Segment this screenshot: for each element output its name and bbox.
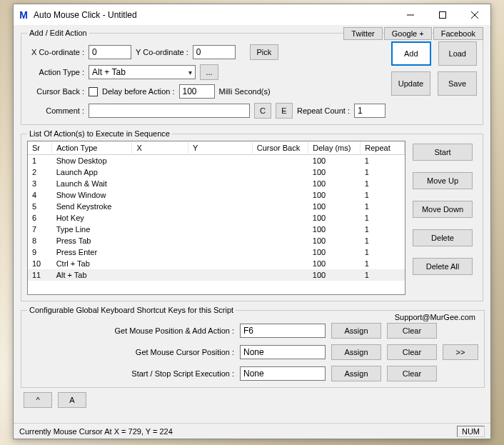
table-cell xyxy=(252,189,308,201)
shortcut3-assign-button[interactable]: Assign xyxy=(331,366,381,381)
table-row[interactable]: 11Alt + Tab1001 xyxy=(28,269,405,281)
table-cell xyxy=(188,201,252,212)
shortcut1-assign-button[interactable]: Assign xyxy=(331,323,381,339)
table-cell xyxy=(252,269,308,281)
shortcut2-label: Get Mouse Cursor Position : xyxy=(27,348,234,356)
a-button[interactable]: A xyxy=(58,392,86,408)
delete-button[interactable]: Delete xyxy=(413,229,473,246)
add-button[interactable]: Add xyxy=(391,41,431,66)
table-header-row: Sr Action Type X Y Cursor Back Delay (ms… xyxy=(28,141,405,155)
table-row[interactable]: 3Launch & Wait1001 xyxy=(28,178,405,189)
action-type-more-button[interactable]: ... xyxy=(200,64,218,80)
shortcut1-input[interactable] xyxy=(240,324,326,338)
move-up-button[interactable]: Move Up xyxy=(413,172,473,189)
save-button[interactable]: Save xyxy=(438,71,477,96)
shortcuts-legend: Configurable Global Keyboard Shortcut Ke… xyxy=(27,306,236,314)
table-row[interactable]: 8Press Tab1001 xyxy=(28,235,405,246)
table-row[interactable]: 1Show Desktop1001 xyxy=(28,155,405,167)
shortcuts-more-button[interactable]: >> xyxy=(443,344,478,360)
add-edit-group: Add / Edit Action X Co-ordinate : Y Co-o… xyxy=(21,29,483,125)
table-row[interactable]: 9Press Enter1001 xyxy=(28,246,405,258)
col-sr[interactable]: Sr xyxy=(28,141,52,155)
table-cell xyxy=(188,166,252,178)
move-down-button[interactable]: Move Down xyxy=(413,201,473,218)
table-cell xyxy=(188,235,252,246)
table-cell: 100 xyxy=(308,258,361,269)
window-title: Auto Mouse Click - Untitled xyxy=(34,10,394,20)
table-cell: 1 xyxy=(361,178,405,189)
col-y[interactable]: Y xyxy=(188,141,252,155)
table-row[interactable]: 5Send Keystroke1001 xyxy=(28,201,405,212)
google-plus-link[interactable]: Google + xyxy=(384,27,432,40)
close-button[interactable] xyxy=(458,4,490,25)
shortcut1-clear-button[interactable]: Clear xyxy=(387,323,437,339)
x-coord-input[interactable] xyxy=(89,45,131,59)
table-row[interactable]: 7Type Line1001 xyxy=(28,224,405,235)
col-delay[interactable]: Delay (ms) xyxy=(308,141,361,155)
table-cell: 1 xyxy=(361,269,405,281)
svg-rect-1 xyxy=(439,11,445,18)
facebook-link[interactable]: Facebook xyxy=(433,27,483,40)
table-cell xyxy=(252,258,308,269)
table-cell xyxy=(132,235,188,246)
table-cell xyxy=(252,166,308,178)
table-cell xyxy=(252,155,308,167)
caret-button[interactable]: ^ xyxy=(24,392,52,408)
table-row[interactable]: 4Show Window1001 xyxy=(28,189,405,201)
action-table[interactable]: Sr Action Type X Y Cursor Back Delay (ms… xyxy=(27,141,405,295)
pick-button[interactable]: Pick xyxy=(250,44,278,60)
twitter-link[interactable]: Twitter xyxy=(343,27,382,40)
col-x[interactable]: X xyxy=(132,141,188,155)
shortcut3-input[interactable] xyxy=(240,366,326,381)
table-cell: Show Desktop xyxy=(52,155,132,167)
col-cursor-back[interactable]: Cursor Back xyxy=(252,141,308,155)
table-cell: 100 xyxy=(308,224,361,235)
table-cell: 1 xyxy=(28,155,52,167)
col-action-type[interactable]: Action Type xyxy=(52,141,132,155)
table-cell xyxy=(132,246,188,258)
table-row[interactable]: 10Ctrl + Tab1001 xyxy=(28,258,405,269)
table-cell xyxy=(252,224,308,235)
table-cell xyxy=(132,166,188,178)
table-cell: 100 xyxy=(308,201,361,212)
col-repeat[interactable]: Repeat xyxy=(361,141,405,155)
add-edit-legend: Add / Edit Action xyxy=(27,29,89,37)
action-type-select[interactable]: Alt + Tab ▾ xyxy=(89,65,196,79)
table-cell: 100 xyxy=(308,166,361,178)
table-cell xyxy=(132,178,188,189)
c-button[interactable]: C xyxy=(254,103,271,119)
y-coord-input[interactable] xyxy=(193,45,236,59)
start-button[interactable]: Start xyxy=(413,144,473,161)
shortcut2-input[interactable] xyxy=(240,345,326,359)
table-row[interactable]: 2Launch App1001 xyxy=(28,166,405,178)
cursor-back-checkbox[interactable] xyxy=(89,87,98,96)
y-coord-label: Y Co-ordinate : xyxy=(136,48,188,56)
shortcut3-clear-button[interactable]: Clear xyxy=(387,366,437,381)
load-button[interactable]: Load xyxy=(438,41,477,66)
comment-input[interactable] xyxy=(89,104,250,118)
delete-all-button[interactable]: Delete All xyxy=(413,258,473,275)
table-cell: 10 xyxy=(28,258,52,269)
table-cell xyxy=(188,189,252,201)
x-coord-label: X Co-ordinate : xyxy=(27,48,84,56)
table-row[interactable]: 6Hot Key1001 xyxy=(28,212,405,224)
maximize-button[interactable] xyxy=(426,4,458,25)
table-cell xyxy=(132,201,188,212)
shortcut3-label: Start / Stop Script Execution : xyxy=(27,369,234,378)
support-link[interactable]: Support@MurGee.com xyxy=(395,313,475,321)
status-bar: Currently Mouse Cursor At X = 729, Y = 2… xyxy=(14,423,490,439)
table-cell: 100 xyxy=(308,246,361,258)
table-cell: Type Line xyxy=(52,224,132,235)
e-button[interactable]: E xyxy=(276,103,293,119)
app-icon: M xyxy=(18,9,29,21)
delay-input[interactable] xyxy=(179,84,215,99)
table-cell: 1 xyxy=(361,224,405,235)
table-cell xyxy=(188,155,252,167)
minimize-button[interactable] xyxy=(394,4,426,25)
update-button[interactable]: Update xyxy=(391,71,430,96)
shortcut2-assign-button[interactable]: Assign xyxy=(331,344,381,360)
table-cell: 1 xyxy=(361,246,405,258)
shortcut2-clear-button[interactable]: Clear xyxy=(387,344,437,360)
table-cell: Alt + Tab xyxy=(52,269,132,281)
repeat-count-input[interactable] xyxy=(354,104,385,118)
